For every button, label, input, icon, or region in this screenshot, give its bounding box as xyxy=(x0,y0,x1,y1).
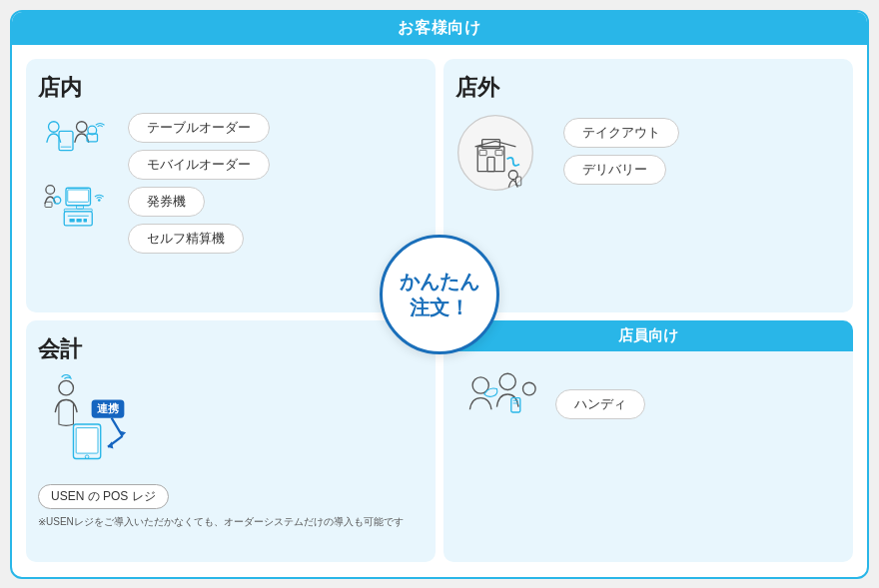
svg-rect-16 xyxy=(77,218,82,222)
usen-label: USEN の POS レジ xyxy=(38,478,404,509)
svg-point-42 xyxy=(523,382,536,395)
outdoor-content: テイクアウト デリバリー xyxy=(455,113,841,197)
center-circle-text: かんたん 注文！ xyxy=(400,269,479,320)
pill-takeout[interactable]: テイクアウト xyxy=(563,118,679,148)
indoor-title: 店内 xyxy=(38,73,424,103)
svg-point-0 xyxy=(49,121,60,132)
payment-content: 連携 USEN の POS レジ ※USENレジをご導入いただかなくても、オーダ… xyxy=(38,374,424,529)
outdoor-pills: テイクアウト デリバリー xyxy=(563,118,679,192)
svg-rect-39 xyxy=(511,398,520,412)
svg-rect-7 xyxy=(45,202,52,207)
indoor-people-icon xyxy=(38,117,108,172)
main-container: お客様向け 店内 xyxy=(10,10,869,579)
section-outdoor: 店外 xyxy=(443,59,853,313)
pill-delivery[interactable]: デリバリー xyxy=(563,155,666,185)
indoor-pills: テーブルオーダー モバイルオーダー 発券機 セルフ精算機 xyxy=(128,113,270,261)
staff-pills: ハンディ xyxy=(555,389,645,426)
pill-mobile-order[interactable]: モバイルオーダー xyxy=(128,150,270,180)
svg-rect-17 xyxy=(84,218,88,222)
header-label: お客様向け xyxy=(398,19,481,36)
header-band: お客様向け xyxy=(12,12,867,45)
svg-point-38 xyxy=(499,373,515,389)
svg-text:連携: 連携 xyxy=(97,402,120,414)
section-staff: 店員向け xyxy=(443,320,853,562)
payment-svg: 連携 xyxy=(38,374,158,474)
outdoor-title: 店外 xyxy=(455,73,841,103)
indoor-pos-icon xyxy=(38,180,108,235)
indoor-content: テーブルオーダー モバイルオーダー 発券機 セルフ精算機 xyxy=(38,113,424,261)
section-payment: 会計 xyxy=(26,320,436,562)
pill-self-checkout[interactable]: セルフ精算機 xyxy=(128,224,244,254)
staff-people-svg xyxy=(455,367,545,447)
payment-note: ※USENレジをご導入いただかなくても、オーダーシステムだけの導入も可能です xyxy=(38,515,404,529)
indoor-icons xyxy=(38,117,108,235)
svg-rect-1 xyxy=(59,131,73,150)
svg-point-18 xyxy=(98,199,101,202)
payment-icons: 連携 USEN の POS レジ ※USENレジをご導入いただかなくても、オーダ… xyxy=(38,374,404,529)
staff-section-header: 店員向け xyxy=(443,320,853,351)
svg-rect-10 xyxy=(68,190,89,202)
center-circle: かんたん 注文！ xyxy=(380,235,499,354)
svg-rect-29 xyxy=(76,428,98,453)
usen-pos-label: USEN の POS レジ xyxy=(38,484,169,509)
section-indoor: 店内 xyxy=(26,59,436,313)
pill-ticket[interactable]: 発券機 xyxy=(128,187,205,217)
store-svg xyxy=(455,113,535,193)
pill-handy[interactable]: ハンディ xyxy=(555,389,645,419)
svg-point-3 xyxy=(77,121,88,132)
payment-title: 会計 xyxy=(38,334,424,364)
svg-point-27 xyxy=(59,380,74,395)
svg-point-6 xyxy=(46,185,55,194)
svg-rect-15 xyxy=(70,218,75,222)
pill-table-order[interactable]: テーブルオーダー xyxy=(128,113,270,143)
staff-content: ハンディ xyxy=(455,363,841,447)
outdoor-store-icon xyxy=(455,113,535,197)
